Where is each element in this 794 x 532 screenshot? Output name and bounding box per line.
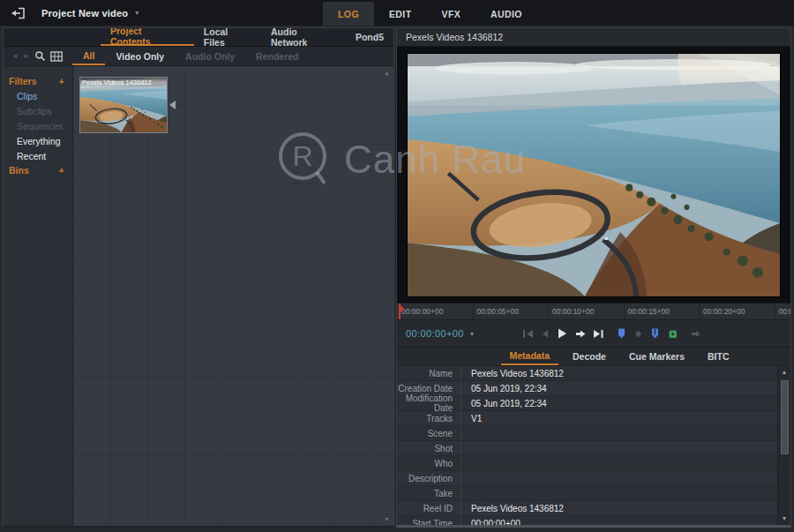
- skip-end-icon: [593, 328, 604, 340]
- tab-vfx[interactable]: VFX: [426, 2, 476, 26]
- tab-metadata[interactable]: Metadata: [501, 348, 559, 365]
- clear-marks-icon: [633, 328, 643, 340]
- sidebar-item-recent[interactable]: Recent: [4, 148, 72, 163]
- playhead-marker[interactable]: [399, 303, 401, 320]
- tab-audio[interactable]: AUDIO: [476, 2, 537, 26]
- tab-pond5[interactable]: Pond5: [346, 28, 393, 46]
- title-bar: Project New video ▾ LOG EDIT VFX AUDIO: [0, 0, 794, 26]
- exit-project-button[interactable]: [11, 7, 26, 19]
- browser-nav: ◄ ►: [4, 47, 72, 65]
- share-arrow-icon: [690, 328, 701, 340]
- metadata-scrollbar[interactable]: ▲ ▼: [777, 366, 790, 525]
- metadata-value[interactable]: [461, 441, 777, 455]
- metadata-label: Who: [397, 456, 461, 470]
- metadata-label: Start Time: [397, 516, 461, 525]
- grid-view-icon: [50, 51, 63, 62]
- add-bin-button[interactable]: +: [59, 165, 64, 176]
- mark-out-button[interactable]: [649, 327, 661, 340]
- step-back-icon: [540, 328, 550, 340]
- selected-clip-pointer-icon: [169, 101, 176, 109]
- mark-in-button[interactable]: [616, 327, 627, 340]
- metadata-value[interactable]: 00:00:00+00: [461, 516, 777, 525]
- skip-to-end-button[interactable]: [593, 328, 604, 340]
- scrollbar-thumb[interactable]: [781, 380, 789, 454]
- tab-audio-network[interactable]: Audio Network: [261, 28, 346, 46]
- metadata-value[interactable]: [461, 426, 777, 440]
- step-forward-icon: [574, 328, 587, 340]
- tab-project-contents[interactable]: Project Contents: [101, 28, 194, 46]
- metadata-label: Take: [397, 486, 461, 500]
- metadata-value[interactable]: Pexels Videos 1436812: [461, 501, 777, 515]
- metadata-label: Tracks: [397, 411, 461, 425]
- clip-tile[interactable]: Pexels Videos 1436812: [79, 77, 168, 133]
- sidebar-item-everything[interactable]: Everything: [4, 133, 72, 148]
- timecode-value: 00:00:00+00: [406, 328, 464, 339]
- tab-cue-markers[interactable]: Cue Markers: [620, 348, 693, 365]
- content-scroll-up-icon[interactable]: ▲: [384, 70, 390, 76]
- nav-back-icon[interactable]: ◄: [11, 52, 19, 60]
- metadata-body: NamePexels Videos 1436812 Creation Date0…: [397, 366, 790, 525]
- metadata-value[interactable]: 05 Jun 2019, 22:34: [461, 396, 777, 410]
- clear-marks-button[interactable]: [633, 328, 643, 340]
- nav-forward-icon[interactable]: ►: [23, 52, 30, 60]
- mark-in-icon: [616, 327, 627, 340]
- add-filter-button[interactable]: +: [59, 76, 64, 86]
- timeline-ruler[interactable]: 00:00:00+00 00:00:05+00 00:00:10+00 00:0…: [397, 303, 790, 320]
- metadata-value[interactable]: 05 Jun 2019, 22:34: [461, 381, 777, 395]
- share-button[interactable]: [690, 328, 701, 340]
- ruler-tick: 00:00:05+00: [473, 303, 549, 319]
- metadata-value[interactable]: [461, 486, 777, 500]
- step-back-button[interactable]: [540, 328, 550, 340]
- metadata-row: Modification Date05 Jun 2019, 22:34: [397, 396, 777, 411]
- filter-subtabs: All Video Only Audio Only Rendered: [72, 47, 310, 65]
- skip-to-start-button[interactable]: [522, 328, 534, 340]
- subtab-audio-only[interactable]: Audio Only: [175, 47, 245, 65]
- metadata-row: TracksV1: [397, 411, 777, 426]
- scrollbar-up-icon[interactable]: ▲: [782, 369, 788, 376]
- metadata-section: Metadata Decode Cue Markers BITC NamePex…: [397, 348, 790, 525]
- metadata-label: Description: [397, 471, 461, 485]
- lightworks-window: Project New video ▾ LOG EDIT VFX AUDIO P…: [0, 0, 794, 532]
- transport-bar: 00:00:00+00 ▾: [397, 320, 790, 348]
- project-caret-icon[interactable]: ▾: [135, 9, 139, 17]
- park-button[interactable]: [667, 328, 678, 340]
- exit-icon: [11, 7, 26, 19]
- skip-start-icon: [522, 328, 534, 340]
- timecode-display[interactable]: 00:00:00+00 ▾: [406, 328, 474, 339]
- tile-view-button[interactable]: [50, 51, 63, 62]
- content-browser-panel: Project Contents Local Files Audio Netwo…: [3, 27, 394, 528]
- transport-controls: [522, 327, 701, 340]
- browser-tabs: Project Contents Local Files Audio Netwo…: [4, 28, 393, 47]
- ruler-tick: 00:00:00+00: [397, 303, 473, 319]
- subtab-rendered[interactable]: Rendered: [245, 47, 309, 65]
- metadata-row: Description: [397, 471, 777, 486]
- tab-edit[interactable]: EDIT: [374, 2, 427, 26]
- step-forward-button[interactable]: [574, 328, 587, 340]
- filters-label: Filters: [9, 76, 37, 86]
- tab-decode[interactable]: Decode: [564, 348, 615, 365]
- metadata-row: Start Time00:00:00+00: [397, 516, 777, 525]
- tab-log[interactable]: LOG: [323, 2, 374, 26]
- search-button[interactable]: [34, 50, 46, 62]
- sidebar-item-clips[interactable]: Clips: [4, 88, 72, 103]
- subtab-video-only[interactable]: Video Only: [105, 47, 175, 65]
- scrollbar-down-icon[interactable]: ▼: [782, 515, 788, 522]
- tab-bitc[interactable]: BITC: [699, 348, 738, 365]
- metadata-row: Take: [397, 486, 777, 501]
- tab-local-files[interactable]: Local Files: [194, 28, 261, 46]
- project-title: Project New video: [41, 8, 128, 19]
- content-scroll-down-icon[interactable]: ▼: [384, 516, 390, 522]
- metadata-label: Modification Date: [397, 396, 461, 410]
- subtab-all[interactable]: All: [72, 47, 105, 65]
- metadata-label: Reel ID: [397, 501, 461, 515]
- metadata-value[interactable]: [461, 456, 777, 470]
- sidebar-item-subclips[interactable]: Subclips: [4, 103, 72, 118]
- metadata-value[interactable]: Pexels Videos 1436812: [461, 366, 777, 380]
- video-preview[interactable]: [407, 53, 781, 297]
- play-icon: [556, 327, 568, 340]
- play-button[interactable]: [556, 327, 568, 340]
- metadata-value[interactable]: [461, 471, 777, 485]
- sidebar-item-sequences[interactable]: Sequences: [4, 118, 72, 133]
- metadata-value[interactable]: V1: [461, 411, 777, 425]
- park-icon: [667, 328, 678, 340]
